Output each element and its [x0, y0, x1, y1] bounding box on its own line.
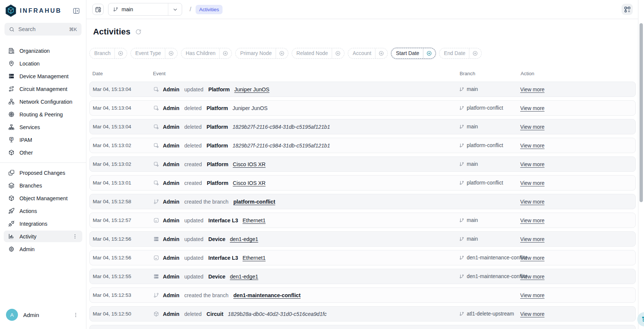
branch-selector[interactable]: main: [108, 3, 182, 16]
server-icon: [153, 236, 159, 242]
user-kebab-icon[interactable]: [73, 312, 79, 318]
row-action: View more: [520, 199, 632, 205]
view-more-link[interactable]: View more: [520, 274, 545, 280]
table-row[interactable]: Mar 04, 15:12:50 Admin deleted Circuit 1…: [89, 306, 636, 322]
table-row[interactable]: Mar 04, 15:12:57 Admin updated Interface…: [89, 213, 636, 228]
filter-chip[interactable]: Branch: [89, 48, 127, 59]
table-row[interactable]: Mar 04, 15:13:04 Admin updated Platform …: [89, 82, 636, 97]
sidebar-item[interactable]: Circuit Management: [4, 83, 82, 95]
view-more-link[interactable]: View more: [520, 87, 545, 92]
row-branch: main: [459, 236, 520, 242]
circle-plus-icon[interactable]: [118, 51, 123, 56]
table-row[interactable]: Mar 04, 15:13:01 Admin created Platform …: [89, 175, 636, 191]
sidebar-item[interactable]: Other: [4, 147, 82, 158]
branch-icon: [459, 180, 464, 185]
filter-chip[interactable]: Event Type: [131, 48, 178, 59]
sidebar-item[interactable]: Location: [4, 58, 82, 69]
sidebar-item-label: Object Management: [19, 195, 78, 201]
sidebar-item[interactable]: Integrations: [4, 218, 82, 229]
row-object-link[interactable]: Cisco IOS XR: [233, 161, 266, 167]
table-row[interactable]: Mar 04, 15:12:56 Admin updated Interface…: [89, 250, 636, 265]
sidebar-item[interactable]: Services: [4, 121, 82, 133]
table-row[interactable]: Mar 04, 15:12:53 Admin created the branc…: [89, 287, 636, 303]
view-more-link[interactable]: View more: [520, 218, 545, 223]
filter-chip-label: Start Date: [392, 51, 423, 56]
sidebar-item[interactable]: Routing & Peering: [4, 109, 82, 120]
row-object-link[interactable]: den1-edge1: [230, 236, 258, 242]
row-object-link[interactable]: 1829b27f-2116-c984-31db-c5195af121b1: [233, 143, 330, 149]
view-more-link[interactable]: View more: [520, 143, 545, 149]
view-more-link[interactable]: View more: [520, 255, 545, 261]
row-actor: Admin: [163, 161, 180, 167]
refresh-icon[interactable]: [135, 29, 141, 35]
view-more-link[interactable]: View more: [520, 162, 545, 167]
breadcrumb-current[interactable]: Activities: [196, 5, 222, 14]
row-object-link[interactable]: den1-edge1: [230, 274, 258, 280]
view-more-link[interactable]: View more: [520, 199, 545, 205]
branch-selector-chevron[interactable]: [168, 7, 182, 12]
circle-plus-icon[interactable]: [168, 51, 174, 56]
row-object-link[interactable]: Cisco IOS XR: [233, 180, 266, 186]
view-more-link[interactable]: View more: [520, 180, 545, 186]
row-date: Mar 04, 15:12:56: [93, 255, 153, 261]
view-more-link[interactable]: View more: [520, 124, 545, 130]
circle-plus-icon[interactable]: [426, 51, 432, 56]
sidebar-item[interactable]: Actions: [4, 205, 82, 217]
view-more-link[interactable]: View more: [520, 293, 545, 298]
filter-chip[interactable]: Primary Node: [235, 48, 288, 59]
row-object-link[interactable]: platform-conflict: [233, 199, 275, 205]
sidebar-item[interactable]: Branches: [4, 180, 82, 191]
branch-icon: [459, 274, 464, 279]
row-object-link[interactable]: Ethernet1: [243, 255, 266, 261]
app-logo[interactable]: INFRAHUB: [5, 4, 62, 17]
scrollbar[interactable]: [638, 0, 644, 329]
table-row[interactable]: Mar 04, 15:13:02 Admin deleted Platform …: [89, 138, 636, 153]
scrollbar-thumb[interactable]: [640, 23, 643, 202]
sidebar-collapse-icon[interactable]: [73, 7, 80, 15]
sidebar-item[interactable]: IP IPAM: [4, 134, 82, 146]
sidebar-item[interactable]: Admin: [4, 243, 82, 255]
table-row[interactable]: Mar 04, 15:13:02 Admin created Platform …: [89, 156, 636, 172]
route-icon: [8, 86, 15, 92]
filter-chip[interactable]: Account: [348, 48, 388, 59]
row-object-link[interactable]: 1829b27f-2116-c984-31db-c5195af121b1: [233, 124, 330, 130]
circle-plus-icon[interactable]: [223, 51, 228, 56]
user-menu[interactable]: A Admin: [0, 303, 86, 329]
circle-plus-icon[interactable]: [472, 51, 478, 56]
circle-plus-icon[interactable]: [279, 51, 285, 56]
view-more-link[interactable]: View more: [520, 311, 545, 317]
row-object-link[interactable]: Ethernet1: [243, 217, 266, 223]
table-row[interactable]: Mar 04, 15:12:55 Admin updated Device de…: [89, 269, 636, 284]
avatar[interactable]: A: [6, 309, 18, 321]
row-object-link[interactable]: Juniper JunOS: [233, 105, 268, 111]
filter-chip[interactable]: Related Node: [292, 48, 344, 59]
sidebar-item[interactable]: Network Configuration: [4, 96, 82, 107]
sidebar-item[interactable]: Proposed Changes: [4, 167, 82, 179]
row-branch: platform-conflict: [459, 105, 520, 111]
sidebar-item[interactable]: Device Management: [4, 70, 82, 82]
row-branch: platform-conflict: [459, 180, 520, 186]
circle-plus-icon[interactable]: [335, 51, 341, 56]
filter-chip[interactable]: Has Children: [181, 48, 232, 59]
sidebar-item[interactable]: Activity: [4, 231, 82, 242]
row-branch: main: [459, 217, 520, 223]
table-row[interactable]: Mar 04, 15:13:04 Admin deleted Platform …: [89, 100, 636, 116]
kebab-icon[interactable]: [72, 234, 78, 239]
view-more-link[interactable]: View more: [520, 106, 545, 111]
schema-button[interactable]: [622, 4, 633, 15]
sidebar-item[interactable]: Organization: [4, 45, 82, 57]
date-time-button[interactable]: [92, 4, 104, 15]
filter-chip[interactable]: Start Date: [391, 48, 436, 59]
row-object-link[interactable]: den1-maintenance-conflict: [233, 292, 301, 298]
circle-plus-icon[interactable]: [378, 51, 384, 56]
filter-chip[interactable]: End Date: [439, 48, 482, 59]
row-object-link[interactable]: Juniper JunOS: [234, 86, 269, 92]
search-input[interactable]: Search ⌘K: [4, 23, 82, 36]
sidebar-item[interactable]: Object Management: [4, 192, 82, 204]
row-verb: deleted: [184, 143, 202, 149]
row-object-link[interactable]: 1829b28a-db0c-40d2-31d0-c516cea9d1fc: [228, 311, 326, 317]
table-row[interactable]: Mar 04, 15:13:04 Admin deleted Platform …: [89, 119, 636, 134]
view-more-link[interactable]: View more: [520, 237, 545, 242]
table-row[interactable]: Mar 04, 15:12:56 Admin updated Device de…: [89, 231, 636, 247]
table-row[interactable]: Mar 04, 15:12:58 Admin created the branc…: [89, 194, 636, 209]
